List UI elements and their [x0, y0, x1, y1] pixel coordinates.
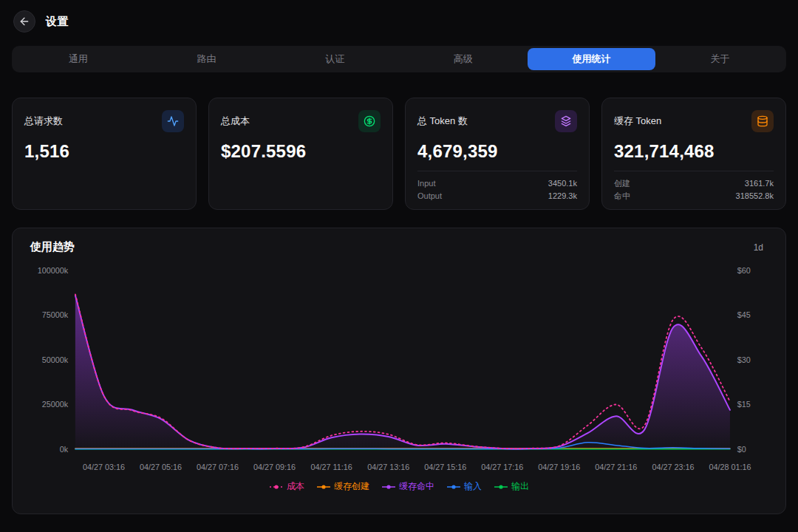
x-axis-tick: 04/27 15:16 [424, 463, 466, 471]
legend-label: 缓存创建 [334, 480, 369, 493]
cache-breakdown: 创建 3161.7k 命中 318552.8k [614, 171, 774, 202]
row-value: 3161.7k [745, 177, 774, 190]
range-selector[interactable]: 1d [749, 241, 768, 254]
left-axis-tick: 50000k [42, 355, 69, 364]
card-value: 4,679,359 [417, 141, 577, 162]
right-axis-tick: $15 [737, 400, 751, 409]
x-axis-tick: 04/27 19:16 [538, 463, 580, 471]
legend-label: 成本 [287, 480, 304, 493]
header: 设置 [0, 0, 798, 40]
tab-about[interactable]: 关于 [655, 48, 784, 70]
x-axis-tick: 04/27 17:16 [481, 463, 523, 471]
card-value: 321,714,468 [614, 141, 774, 162]
tab-general[interactable]: 通用 [14, 48, 143, 70]
x-axis-tick: 04/27 03:16 [83, 463, 125, 471]
row-label: Output [417, 190, 442, 202]
token-breakdown: Input 3450.1k Output 1229.3k [417, 171, 577, 202]
right-axis-tick: $0 [737, 445, 746, 454]
row-value: 1229.3k [548, 190, 577, 202]
x-axis-tick: 04/27 11:16 [311, 463, 352, 471]
cache-hit-area [75, 296, 730, 449]
row-label: 命中 [614, 190, 630, 202]
x-axis-tick: 04/27 13:16 [367, 463, 409, 471]
series-line-0 [75, 294, 730, 449]
left-axis-tick: 100000k [38, 266, 69, 275]
legend-marker [316, 483, 331, 491]
row-value: 318552.8k [736, 190, 774, 202]
stat-card-total-tokens: 总 Token 数 4,679,359 Input 3450.1k Output… [405, 98, 590, 210]
card-title: 总请求数 [24, 110, 63, 128]
stat-card-cache-tokens: 缓存 Token 321,714,468 创建 3161.7k 命中 31855… [601, 98, 786, 210]
stat-card-total-requests: 总请求数 1,516 [12, 98, 197, 210]
legend-label: 输入 [464, 480, 482, 493]
legend-marker [381, 483, 396, 491]
x-axis-tick: 04/27 09:16 [253, 463, 296, 471]
trend-chart: 0k25000k50000k75000k100000k$0$15$30$45$6… [30, 259, 768, 480]
legend-item-cost[interactable]: 成本 [269, 480, 304, 493]
stat-card-total-cost: 总成本 $207.5596 [208, 98, 393, 210]
tab-auth[interactable]: 认证 [270, 48, 399, 70]
legend-item-output[interactable]: 输出 [494, 480, 529, 493]
tab-routing[interactable]: 路由 [143, 48, 271, 70]
x-axis-tick: 04/27 05:16 [140, 463, 182, 471]
layers-icon [555, 110, 577, 132]
legend-item-cache-hit[interactable]: 缓存命中 [381, 480, 434, 493]
activity-icon [162, 110, 184, 132]
legend-label: 缓存命中 [399, 480, 434, 493]
legend-item-cache-create[interactable]: 缓存创建 [316, 480, 369, 493]
x-axis-tick: 04/27 21:16 [595, 463, 637, 471]
row-output: Output 1229.3k [417, 190, 577, 202]
chart-title: 使用趋势 [30, 240, 75, 254]
legend-label: 输出 [511, 480, 529, 493]
row-value: 3450.1k [548, 177, 577, 190]
left-axis-tick: 75000k [42, 310, 69, 319]
card-title: 总成本 [221, 110, 250, 128]
chart-legend: 成本缓存创建缓存命中输入输出 [30, 480, 768, 493]
left-axis-tick: 0k [60, 445, 69, 454]
x-axis-tick: 04/27 23:16 [652, 463, 694, 471]
legend-item-input[interactable]: 输入 [446, 480, 482, 493]
tab-advanced[interactable]: 高级 [399, 48, 528, 70]
arrow-left-icon [18, 16, 30, 27]
card-title: 总 Token 数 [417, 110, 468, 128]
row-label: Input [417, 177, 435, 190]
row-create: 创建 3161.7k [614, 177, 774, 190]
tab-bar: 通用 路由 认证 高级 使用统计 关于 [12, 46, 786, 72]
left-axis-tick: 25000k [42, 400, 69, 409]
card-value: 1,516 [24, 141, 184, 162]
tab-usage-stats[interactable]: 使用统计 [528, 48, 656, 70]
page-title: 设置 [46, 15, 69, 29]
row-hit: 命中 318552.8k [614, 190, 774, 202]
stat-cards: 总请求数 1,516 总成本 $207.5596 总 Token 数 [12, 98, 786, 210]
x-axis-tick: 04/27 07:16 [197, 463, 239, 471]
database-icon [751, 110, 774, 132]
right-axis-tick: $30 [737, 355, 751, 364]
right-axis-tick: $45 [737, 310, 751, 319]
back-button[interactable] [13, 10, 35, 33]
right-axis-tick: $60 [737, 266, 751, 275]
row-label: 创建 [614, 177, 630, 190]
series-line-2 [75, 296, 730, 449]
row-input: Input 3450.1k [417, 177, 577, 190]
card-value: $207.5596 [221, 141, 381, 162]
legend-marker [269, 483, 284, 491]
usage-trend-card: 使用趋势 1d 0k25000k50000k75000k100000k$0$15… [12, 228, 786, 514]
legend-marker [446, 483, 461, 491]
dollar-icon [358, 110, 381, 132]
card-title: 缓存 Token [614, 110, 661, 128]
x-axis-tick: 04/28 01:16 [709, 463, 751, 471]
legend-marker [494, 483, 508, 491]
